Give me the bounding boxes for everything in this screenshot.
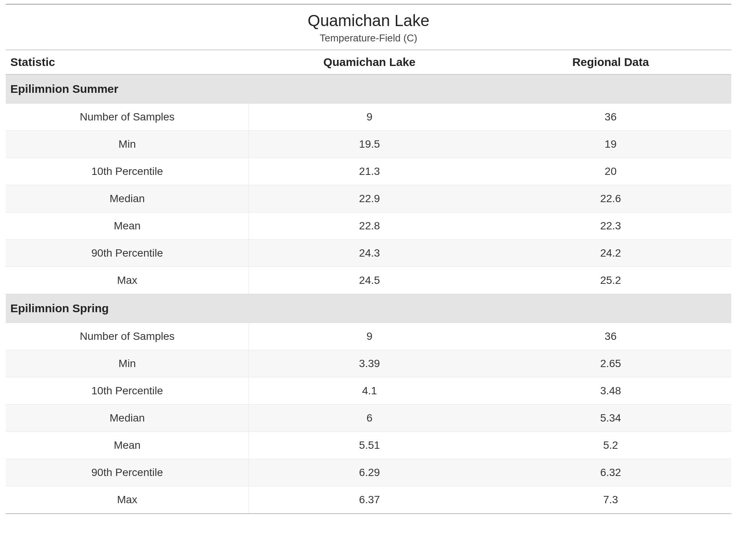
table-row: Number of Samples 9 36 xyxy=(6,323,731,350)
table-row: Min 3.39 2.65 xyxy=(6,350,731,377)
cell-q: 24.5 xyxy=(249,267,490,294)
cell-r: 20 xyxy=(490,158,731,185)
cell-r: 2.65 xyxy=(490,350,731,377)
cell-q: 6.29 xyxy=(249,459,490,486)
cell-q: 22.9 xyxy=(249,185,490,212)
cell-r: 25.2 xyxy=(490,267,731,294)
table-row: Mean 22.8 22.3 xyxy=(6,212,731,240)
section-title: Epilimnion Summer xyxy=(6,74,731,104)
table-row: 90th Percentile 6.29 6.32 xyxy=(6,459,731,486)
table-row: Min 19.5 19 xyxy=(6,131,731,158)
table-header-row: Statistic Quamichan Lake Regional Data xyxy=(6,50,731,74)
cell-r: 5.2 xyxy=(490,432,731,459)
cell-q: 9 xyxy=(249,104,490,131)
table-row: 10th Percentile 21.3 20 xyxy=(6,158,731,185)
table-row: Median 6 5.34 xyxy=(6,405,731,432)
cell-stat: Min xyxy=(6,350,249,377)
cell-r: 36 xyxy=(490,323,731,350)
cell-stat: Number of Samples xyxy=(6,104,249,131)
cell-stat: Median xyxy=(6,185,249,212)
cell-q: 24.3 xyxy=(249,240,490,267)
title-block: Quamichan Lake Temperature-Field (C) xyxy=(6,5,731,50)
cell-stat: 90th Percentile xyxy=(6,240,249,267)
page-root: Quamichan Lake Temperature-Field (C) Sta… xyxy=(0,0,737,560)
section-header-spring: Epilimnion Spring xyxy=(6,294,731,323)
table-row: 90th Percentile 24.3 24.2 xyxy=(6,240,731,267)
cell-stat: Mean xyxy=(6,212,249,240)
cell-r: 6.32 xyxy=(490,459,731,486)
cell-r: 19 xyxy=(490,131,731,158)
cell-r: 22.6 xyxy=(490,185,731,212)
report-title: Quamichan Lake xyxy=(6,12,731,30)
cell-stat: Number of Samples xyxy=(6,323,249,350)
table-row: Median 22.9 22.6 xyxy=(6,185,731,212)
section-header-summer: Epilimnion Summer xyxy=(6,74,731,104)
cell-q: 4.1 xyxy=(249,377,490,405)
cell-stat: 90th Percentile xyxy=(6,459,249,486)
table-row: Max 6.37 7.3 xyxy=(6,486,731,514)
cell-q: 6 xyxy=(249,405,490,432)
cell-r: 5.34 xyxy=(490,405,731,432)
report-subtitle: Temperature-Field (C) xyxy=(6,32,731,44)
table-row: Number of Samples 9 36 xyxy=(6,104,731,131)
cell-q: 6.37 xyxy=(249,486,490,514)
cell-r: 3.48 xyxy=(490,377,731,405)
col-header-statistic: Statistic xyxy=(6,50,249,74)
cell-stat: Min xyxy=(6,131,249,158)
cell-stat: Max xyxy=(6,486,249,514)
cell-r: 24.2 xyxy=(490,240,731,267)
cell-r: 36 xyxy=(490,104,731,131)
cell-stat: Mean xyxy=(6,432,249,459)
report-block: Quamichan Lake Temperature-Field (C) Sta… xyxy=(6,4,731,514)
cell-q: 22.8 xyxy=(249,212,490,240)
cell-stat: 10th Percentile xyxy=(6,158,249,185)
col-header-regional: Regional Data xyxy=(490,50,731,74)
cell-q: 5.51 xyxy=(249,432,490,459)
section-title: Epilimnion Spring xyxy=(6,294,731,323)
cell-q: 19.5 xyxy=(249,131,490,158)
table-row: 10th Percentile 4.1 3.48 xyxy=(6,377,731,405)
cell-stat: Max xyxy=(6,267,249,294)
cell-stat: 10th Percentile xyxy=(6,377,249,405)
cell-q: 9 xyxy=(249,323,490,350)
col-header-quamichan: Quamichan Lake xyxy=(249,50,490,74)
table-row: Max 24.5 25.2 xyxy=(6,267,731,294)
cell-r: 22.3 xyxy=(490,212,731,240)
table-row: Mean 5.51 5.2 xyxy=(6,432,731,459)
cell-q: 21.3 xyxy=(249,158,490,185)
cell-r: 7.3 xyxy=(490,486,731,514)
cell-stat: Median xyxy=(6,405,249,432)
cell-q: 3.39 xyxy=(249,350,490,377)
statistics-table: Statistic Quamichan Lake Regional Data E… xyxy=(6,50,731,514)
